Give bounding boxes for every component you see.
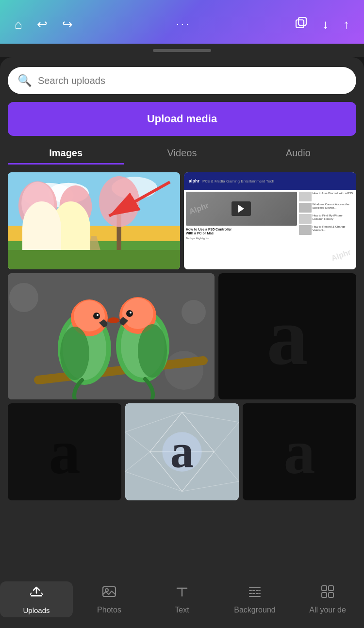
home-icon[interactable]: ⌂ <box>15 17 22 32</box>
all-icon <box>320 584 335 603</box>
grid-item-landscape[interactable] <box>8 172 180 269</box>
svg-point-34 <box>126 310 133 317</box>
nav-item-text[interactable]: Text <box>146 584 218 614</box>
tab-videos[interactable]: Videos <box>124 148 240 163</box>
nav-uploads-bg: Uploads <box>0 581 73 617</box>
svg-point-29 <box>60 327 89 380</box>
svg-point-15 <box>99 176 140 227</box>
nav-label-all: All your de <box>309 606 346 614</box>
grid-item-letter-a-4[interactable]: a <box>243 403 356 500</box>
bottom-nav: Uploads Photos Text <box>0 570 364 628</box>
bottom-spacer <box>8 504 356 567</box>
svg-point-13 <box>60 185 92 228</box>
letter-a-dark2: a <box>243 403 356 500</box>
svg-rect-0 <box>296 20 304 28</box>
letter-a-pattern: a <box>125 403 239 500</box>
redo-icon[interactable]: ↪ <box>62 17 73 32</box>
grid-row2: a <box>8 273 356 399</box>
search-input[interactable] <box>38 75 347 86</box>
tab-images[interactable]: Images <box>8 148 124 163</box>
photos-icon <box>101 584 117 603</box>
nav-item-photos[interactable]: Photos <box>73 584 146 614</box>
tab-audio[interactable]: Audio <box>240 148 356 163</box>
svg-rect-47 <box>31 595 42 596</box>
search-icon: 🔍 <box>17 74 32 87</box>
nav-label-background: Background <box>234 606 275 614</box>
svg-point-36 <box>138 324 167 378</box>
screenshot-image: alphr PCs & Media Gaming Entertainment T… <box>184 172 356 269</box>
media-tabs: Images Videos Audio <box>8 148 356 165</box>
more-icon[interactable]: ··· <box>176 18 191 31</box>
share-icon[interactable]: ↑ <box>343 17 349 32</box>
svg-point-19 <box>9 283 38 312</box>
notch-bar <box>0 44 364 57</box>
svg-rect-59 <box>329 593 333 597</box>
top-bar-right: ↓ ↑ <box>294 16 349 33</box>
svg-point-11 <box>21 182 54 225</box>
grid-item-parrots[interactable] <box>8 273 215 399</box>
nav-label-uploads: Uploads <box>23 606 50 614</box>
svg-text:a: a <box>170 425 194 477</box>
nav-label-photos: Photos <box>97 606 121 614</box>
upload-media-button[interactable]: Upload media <box>8 102 356 136</box>
notch-pill <box>153 49 211 52</box>
parrots-image <box>8 273 215 399</box>
svg-rect-9 <box>35 211 39 251</box>
svg-rect-1 <box>298 17 306 25</box>
svg-point-20 <box>165 351 203 390</box>
grid-item-letter-a-1[interactable]: a <box>218 273 356 399</box>
upload-icon <box>29 584 44 603</box>
svg-rect-57 <box>329 586 333 591</box>
download-icon[interactable]: ↓ <box>322 17 329 32</box>
nav-item-uploads[interactable]: Uploads <box>0 581 73 617</box>
nav-item-background[interactable]: Background <box>218 584 291 614</box>
svg-point-21 <box>182 300 206 324</box>
svg-rect-58 <box>322 593 327 597</box>
nav-label-text: Text <box>175 606 189 614</box>
letter-a-white: a <box>8 403 121 500</box>
svg-point-26 <box>74 300 105 331</box>
grid-item-letter-a-2[interactable]: a <box>8 403 121 500</box>
grid-row1: alphr PCs & Media Gaming Entertainment T… <box>8 172 356 269</box>
svg-rect-56 <box>322 586 327 591</box>
svg-point-28 <box>97 314 99 316</box>
landscape-image <box>8 172 180 269</box>
svg-point-27 <box>93 313 100 319</box>
grid-item-letter-a-3[interactable]: a <box>125 403 239 500</box>
tab-underline <box>8 163 124 165</box>
svg-point-37 <box>108 317 119 323</box>
svg-rect-48 <box>103 587 116 596</box>
search-bar[interactable]: 🔍 <box>8 67 356 94</box>
top-bar: ⌂ ↩ ↪ ··· ↓ ↑ <box>0 0 364 44</box>
undo-icon[interactable]: ↩ <box>37 17 48 32</box>
top-bar-left: ⌂ ↩ ↪ <box>15 17 73 32</box>
grid-item-screenshot[interactable]: alphr PCs & Media Gaming Entertainment T… <box>184 172 356 269</box>
text-icon <box>174 584 190 603</box>
letter-a-black: a <box>218 273 356 399</box>
grid-row3: a a <box>8 403 356 500</box>
svg-point-35 <box>130 312 132 314</box>
nav-item-all[interactable]: All your de <box>291 584 364 614</box>
duplicate-icon[interactable] <box>294 16 308 33</box>
main-content: 🔍 Upload media Images Videos Audio <box>0 57 364 591</box>
background-icon <box>247 584 263 603</box>
